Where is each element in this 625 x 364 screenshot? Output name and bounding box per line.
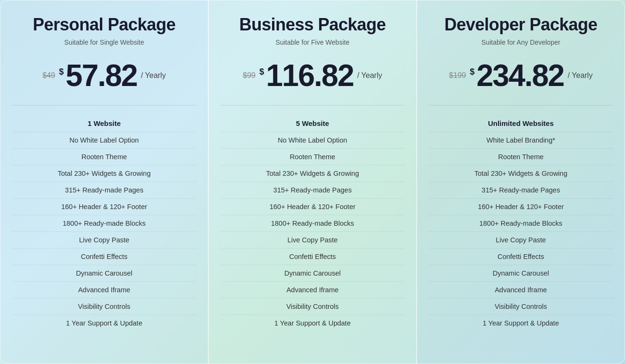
personal-feature-10: Advanced Iframe xyxy=(12,282,196,298)
personal-feature-4: 315+ Ready-made Pages xyxy=(12,182,196,199)
business-dollar-sign: $ xyxy=(259,67,264,77)
business-feature-6: 1800+ Ready-made Blocks xyxy=(220,215,405,232)
personal-feature-5: 160+ Header & 120+ Footer xyxy=(12,199,196,215)
business-features-list: 5 WebsiteNo White Label OptionRooten The… xyxy=(220,115,405,331)
personal-feature-6: 1800+ Ready-made Blocks xyxy=(12,215,196,232)
personal-feature-1: No White Label Option xyxy=(12,132,196,149)
personal-old-price: $49 xyxy=(42,71,55,80)
business-main-price: 116.82 xyxy=(266,60,353,91)
developer-features-list: Unlimited WebsitesWhite Label Branding*R… xyxy=(429,115,613,331)
developer-feature-0: Unlimited Websites xyxy=(429,115,613,132)
developer-feature-3: Total 230+ Widgets & Growing xyxy=(429,165,613,182)
developer-dollar-sign: $ xyxy=(470,67,475,77)
business-feature-5: 160+ Header & 120+ Footer xyxy=(220,199,405,215)
personal-feature-12: 1 Year Support & Update xyxy=(12,315,196,331)
developer-feature-5: 160+ Header & 120+ Footer xyxy=(429,199,613,215)
personal-title: Personal Package xyxy=(33,15,176,35)
business-feature-7: Live Copy Paste xyxy=(220,232,405,249)
pricing-card-business: Business PackageSuitable for Five Websit… xyxy=(208,0,417,364)
business-old-price: $99 xyxy=(243,71,256,80)
developer-feature-1: White Label Branding* xyxy=(429,132,613,149)
business-price-period: / Yearly xyxy=(357,71,382,80)
developer-feature-7: Live Copy Paste xyxy=(429,232,613,249)
business-price-section: $99$116.82/ Yearly xyxy=(220,60,405,91)
business-feature-8: Confetti Effects xyxy=(220,249,405,265)
personal-feature-0: 1 Website xyxy=(12,115,196,132)
business-subtitle: Suitable for Five Website xyxy=(275,38,349,46)
business-feature-12: 1 Year Support & Update xyxy=(220,315,405,331)
personal-feature-7: Live Copy Paste xyxy=(12,232,196,249)
business-feature-10: Advanced Iframe xyxy=(220,282,405,298)
developer-old-price: $199 xyxy=(449,71,466,80)
developer-feature-6: 1800+ Ready-made Blocks xyxy=(429,215,613,232)
developer-feature-9: Dynamic Carousel xyxy=(429,265,613,282)
personal-feature-9: Dynamic Carousel xyxy=(12,265,196,282)
personal-price-section: $49$57.82/ Yearly xyxy=(12,60,196,91)
developer-feature-2: Rooten Theme xyxy=(429,149,613,165)
developer-feature-12: 1 Year Support & Update xyxy=(429,315,613,331)
business-feature-0: 5 Website xyxy=(220,115,405,132)
developer-subtitle: Suitable for Any Developer xyxy=(481,38,560,46)
personal-feature-3: Total 230+ Widgets & Growing xyxy=(12,165,196,182)
developer-divider xyxy=(429,105,613,105)
personal-feature-11: Visibility Controls xyxy=(12,298,196,315)
business-feature-4: 315+ Ready-made Pages xyxy=(220,182,405,199)
developer-feature-11: Visibility Controls xyxy=(429,298,613,315)
developer-feature-10: Advanced Iframe xyxy=(429,282,613,298)
personal-feature-2: Rooten Theme xyxy=(12,149,196,165)
pricing-container: Personal PackageSuitable for Single Webs… xyxy=(0,0,625,364)
pricing-card-personal: Personal PackageSuitable for Single Webs… xyxy=(0,0,208,364)
business-feature-3: Total 230+ Widgets & Growing xyxy=(220,165,405,182)
business-feature-11: Visibility Controls xyxy=(220,298,405,315)
developer-feature-4: 315+ Ready-made Pages xyxy=(429,182,613,199)
pricing-card-developer: Developer PackageSuitable for Any Develo… xyxy=(417,0,625,364)
business-feature-1: No White Label Option xyxy=(220,132,405,149)
business-feature-9: Dynamic Carousel xyxy=(220,265,405,282)
personal-features-list: 1 WebsiteNo White Label OptionRooten The… xyxy=(12,115,196,331)
business-title: Business Package xyxy=(239,15,386,35)
business-divider xyxy=(220,105,405,105)
personal-feature-8: Confetti Effects xyxy=(12,249,196,265)
developer-price-period: / Yearly xyxy=(567,71,592,80)
developer-title: Developer Package xyxy=(444,15,597,35)
developer-main-price: 234.82 xyxy=(477,60,564,91)
personal-main-price: 57.82 xyxy=(66,60,137,91)
business-feature-2: Rooten Theme xyxy=(220,149,405,165)
personal-subtitle: Suitable for Single Website xyxy=(64,38,144,46)
developer-price-section: $199$234.82/ Yearly xyxy=(429,60,613,91)
personal-divider xyxy=(12,105,196,105)
personal-price-period: / Yearly xyxy=(141,71,166,80)
personal-dollar-sign: $ xyxy=(59,67,64,77)
developer-feature-8: Confetti Effects xyxy=(429,249,613,265)
